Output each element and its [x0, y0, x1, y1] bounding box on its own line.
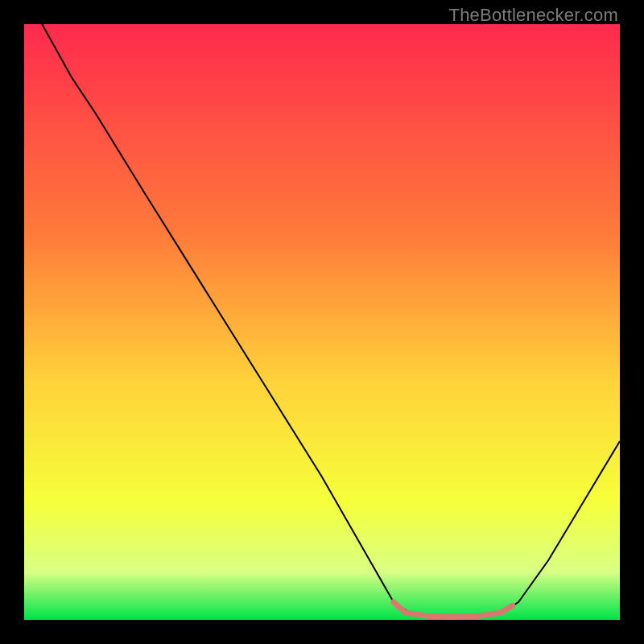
chart-frame [24, 24, 620, 620]
gradient-background [24, 24, 620, 620]
watermark-text: TheBottlenecker.com [449, 5, 618, 26]
bottleneck-chart [24, 24, 620, 620]
